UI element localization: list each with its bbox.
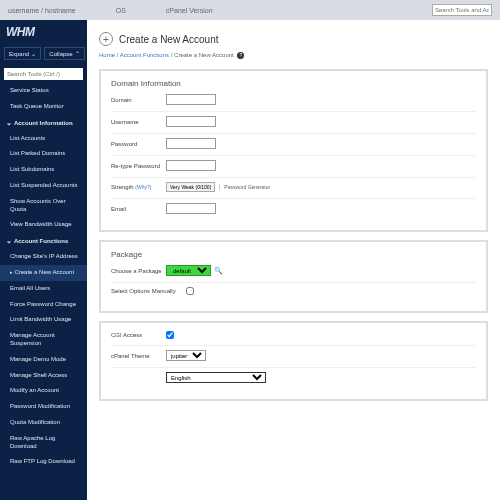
panel-settings: CGI Access cPanel Theme jupiter English xyxy=(99,321,488,401)
repassword-input[interactable] xyxy=(166,160,216,171)
expand-button[interactable]: Expand⌄ xyxy=(4,47,41,60)
why-link[interactable]: (Why?) xyxy=(135,184,151,190)
email-input[interactable] xyxy=(166,203,216,214)
menu-limit-bw[interactable]: Limit Bandwidth Usage xyxy=(0,312,87,328)
menu-bandwidth[interactable]: View Bandwidth Usage xyxy=(0,217,87,233)
top-version: cPanel Version xyxy=(166,7,213,14)
chevron-down-icon: ⌄ xyxy=(31,50,36,57)
menu-over-quota[interactable]: Show Accounts Over Quota xyxy=(0,194,87,218)
sidebar-menu: Service Status Task Queue Monitor Accoun… xyxy=(0,83,87,500)
label-choose-package: Choose a Package xyxy=(111,268,166,274)
label-email: Email xyxy=(111,206,166,212)
crumb-home[interactable]: Home xyxy=(99,52,115,58)
language-select[interactable]: English xyxy=(166,372,266,383)
page-title: Create a New Account xyxy=(119,34,219,45)
menu-head-account-info[interactable]: Account Information xyxy=(0,115,87,131)
password-generator-button[interactable]: Password Generator xyxy=(219,184,270,190)
menu-task-queue[interactable]: Task Queue Monitor xyxy=(0,99,87,115)
plus-circle-icon: + xyxy=(99,32,113,46)
menu-list-suspended[interactable]: List Suspended Accounts xyxy=(0,178,87,194)
sidebar-search-input[interactable] xyxy=(4,68,83,80)
label-manual-options: Select Options Manually xyxy=(111,288,186,294)
top-os: OS xyxy=(116,7,126,14)
sidebar: WHM Expand⌄ Collapse⌃ Service Status Tas… xyxy=(0,20,87,500)
username-input[interactable] xyxy=(166,116,216,127)
strength-indicator: Very Weak (0/100) xyxy=(166,182,215,192)
main-content: + Create a New Account Home / Account Fu… xyxy=(87,20,500,500)
help-icon[interactable]: ? xyxy=(237,52,244,59)
menu-apache-log[interactable]: Raw Apache Log Download xyxy=(0,431,87,455)
label-strength: Strength (Why?) xyxy=(111,184,166,190)
menu-email-all[interactable]: Email All Users xyxy=(0,281,87,297)
menu-head-account-func[interactable]: Account Functions xyxy=(0,233,87,249)
panel-domain-info: Domain Information Domain Username Passw… xyxy=(99,69,488,232)
crumb-current: Create a New Account xyxy=(174,52,234,58)
menu-list-subdomains[interactable]: List Subdomains xyxy=(0,162,87,178)
label-theme: cPanel Theme xyxy=(111,353,166,359)
manual-options-checkbox[interactable] xyxy=(186,287,194,295)
breadcrumb: Home / Account Functions / Create a New … xyxy=(99,52,488,59)
package-select[interactable]: default xyxy=(166,265,211,276)
menu-change-ip[interactable]: Change Site's IP Address xyxy=(0,249,87,265)
domain-input[interactable] xyxy=(166,94,216,105)
label-repassword: Re-type Password xyxy=(111,163,166,169)
label-username: Username xyxy=(111,119,166,125)
menu-create-account[interactable]: Create a New Account xyxy=(0,265,87,281)
panel-package: Package Choose a Package default 🔍 Selec… xyxy=(99,240,488,313)
menu-service-status[interactable]: Service Status xyxy=(0,83,87,99)
menu-demo[interactable]: Manage Demo Mode xyxy=(0,352,87,368)
menu-list-parked[interactable]: List Parked Domains xyxy=(0,146,87,162)
chevron-up-icon: ⌃ xyxy=(75,50,80,57)
cgi-checkbox[interactable] xyxy=(166,331,174,339)
theme-select[interactable]: jupiter xyxy=(166,350,206,361)
collapse-button[interactable]: Collapse⌃ xyxy=(44,47,84,60)
menu-quota-mod[interactable]: Quota Modification xyxy=(0,415,87,431)
menu-force-pw[interactable]: Force Password Change xyxy=(0,297,87,313)
label-cgi: CGI Access xyxy=(111,332,166,338)
panel-heading: Domain Information xyxy=(111,79,476,88)
label-password: Password xyxy=(111,141,166,147)
menu-shell[interactable]: Manage Shell Access xyxy=(0,368,87,384)
label-domain: Domain xyxy=(111,97,166,103)
menu-pw-mod[interactable]: Password Modification xyxy=(0,399,87,415)
menu-ftp-log[interactable]: Raw FTP Log Download xyxy=(0,454,87,470)
menu-suspension[interactable]: Manage Account Suspension xyxy=(0,328,87,352)
top-username: username / hostname xyxy=(8,7,76,14)
menu-list-accounts[interactable]: List Accounts xyxy=(0,131,87,147)
brand-logo: WHM xyxy=(0,20,87,44)
password-input[interactable] xyxy=(166,138,216,149)
menu-modify[interactable]: Modify an Account xyxy=(0,383,87,399)
panel-heading: Package xyxy=(111,250,476,259)
search-icon[interactable]: 🔍 xyxy=(214,267,223,275)
global-search-input[interactable] xyxy=(432,4,492,16)
crumb-section[interactable]: Account Functions xyxy=(120,52,169,58)
